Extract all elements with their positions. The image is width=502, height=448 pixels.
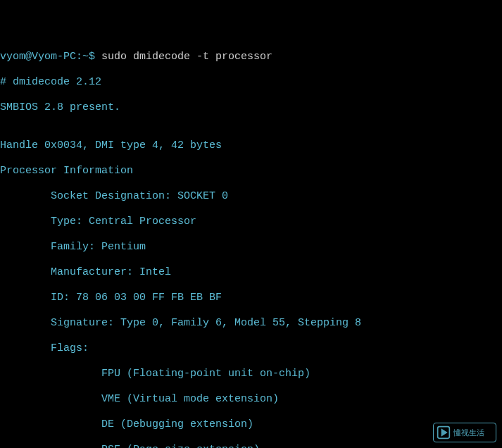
watermark-text: 懂视生活 <box>453 426 484 439</box>
play-icon <box>437 425 451 440</box>
flag-line: VME (Virtual mode extension) <box>0 393 502 406</box>
field-line: Manufacturer: Intel <box>0 266 502 279</box>
prompt-dollar: $ <box>89 51 95 63</box>
command-text: sudo dmidecode -t processor <box>95 51 272 63</box>
output-line: Handle 0x0034, DMI type 4, 42 bytes <box>0 139 502 152</box>
output-line: Processor Information <box>0 165 502 178</box>
output-line: SMBIOS 2.8 present. <box>0 101 502 114</box>
prompt-sep: : <box>76 51 82 63</box>
watermark-badge: 懂视生活 <box>433 423 496 442</box>
field-line: Socket Designation: SOCKET 0 <box>0 190 502 203</box>
output-line: # dmidecode 2.12 <box>0 76 502 89</box>
terminal-prompt-line: vyom@Vyom-PC:~$ sudo dmidecode -t proces… <box>0 51 502 63</box>
svg-marker-1 <box>442 430 447 435</box>
flag-line: DE (Debugging extension) <box>0 418 502 431</box>
field-line: Flags: <box>0 342 502 355</box>
prompt-userhost: vyom@Vyom-PC <box>0 51 76 63</box>
field-line: Type: Central Processor <box>0 216 502 228</box>
prompt-path: ~ <box>82 51 89 63</box>
field-line: Family: Pentium <box>0 241 502 254</box>
field-line: ID: 78 06 03 00 FF FB EB BF <box>0 292 502 304</box>
field-line: Signature: Type 0, Family 6, Model 55, S… <box>0 317 502 330</box>
flag-line: FPU (Floating-point unit on-chip) <box>0 368 502 380</box>
flag-line: PSE (Page size extension) <box>0 444 502 448</box>
